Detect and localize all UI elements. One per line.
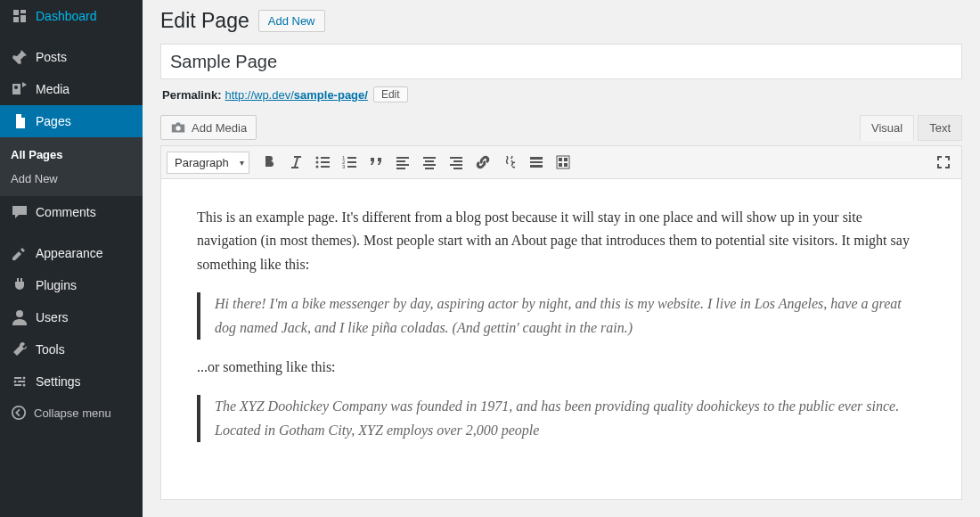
svg-point-3 <box>14 381 17 383</box>
sidebar-item-appearance[interactable]: Appearance <box>0 237 143 269</box>
sidebar-item-tools[interactable]: Tools <box>0 333 143 365</box>
editor-toolbar: Paragraph 123 <box>160 145 962 179</box>
admin-sidebar: Dashboard Posts Media Pages All Pages Ad… <box>0 0 143 517</box>
svg-point-4 <box>23 384 26 387</box>
sidebar-item-label: Media <box>36 82 69 96</box>
collapse-label: Collapse menu <box>34 406 111 420</box>
appearance-icon <box>11 244 29 262</box>
italic-button[interactable] <box>283 150 308 175</box>
comments-icon <box>11 203 29 221</box>
sidebar-item-dashboard[interactable]: Dashboard <box>0 0 143 32</box>
add-new-button[interactable]: Add New <box>258 10 325 32</box>
sidebar-item-media[interactable]: Media <box>0 73 143 105</box>
collapse-menu-button[interactable]: Collapse menu <box>0 398 143 428</box>
sidebar-item-comments[interactable]: Comments <box>0 196 143 228</box>
sidebar-sub-item-add-new[interactable]: Add New <box>0 167 143 191</box>
fullscreen-button[interactable] <box>931 150 956 175</box>
toolbar-toggle-button[interactable] <box>551 150 576 175</box>
sidebar-item-label: Settings <box>36 374 81 389</box>
svg-point-5 <box>12 406 25 419</box>
sidebar-item-pages[interactable]: Pages <box>0 105 143 137</box>
sidebar-item-label: Posts <box>36 50 67 64</box>
main-content: Edit Page Add New Permalink: http://wp.d… <box>143 0 980 517</box>
link-button[interactable] <box>470 150 495 175</box>
sidebar-item-label: Pages <box>36 114 71 128</box>
sidebar-item-posts[interactable]: Posts <box>0 41 143 73</box>
sidebar-item-label: Dashboard <box>36 9 97 23</box>
editor-tab-visual[interactable]: Visual <box>860 115 914 141</box>
svg-point-1 <box>16 310 23 317</box>
users-icon <box>11 308 29 326</box>
add-media-button[interactable]: Add Media <box>160 115 257 140</box>
svg-rect-17 <box>564 163 568 167</box>
dashboard-icon <box>11 7 29 25</box>
camera-music-icon <box>170 119 186 135</box>
content-paragraph: This is an example page. It's different … <box>197 206 926 276</box>
media-icon <box>11 80 29 98</box>
svg-point-0 <box>14 86 18 89</box>
sidebar-sub-item-all-pages[interactable]: All Pages <box>0 143 143 167</box>
content-blockquote: Hi there! I'm a bike messenger by day, a… <box>197 292 926 340</box>
permalink-row: Permalink: http://wp.dev/sample-page/ Ed… <box>162 86 960 103</box>
permalink-label: Permalink: <box>162 88 221 102</box>
add-media-label: Add Media <box>192 121 247 135</box>
svg-point-2 <box>23 377 26 380</box>
sidebar-submenu-pages: All Pages Add New <box>0 137 143 196</box>
sidebar-item-label: Tools <box>36 342 65 357</box>
sidebar-item-label: Users <box>36 310 69 324</box>
content-paragraph: ...or something like this: <box>197 356 926 379</box>
svg-text:3: 3 <box>342 164 346 169</box>
align-center-button[interactable] <box>417 150 442 175</box>
svg-rect-14 <box>559 158 562 161</box>
bold-button[interactable] <box>257 150 282 175</box>
editor-tab-text[interactable]: Text <box>918 115 962 141</box>
content-blockquote: The XYZ Doohickey Company was founded in… <box>197 395 926 442</box>
svg-rect-16 <box>559 163 562 167</box>
tools-icon <box>11 341 29 358</box>
settings-icon <box>11 373 29 390</box>
align-left-button[interactable] <box>390 150 415 175</box>
sidebar-item-label: Comments <box>36 205 96 219</box>
plugins-icon <box>11 276 29 294</box>
collapse-icon <box>11 405 27 421</box>
svg-point-7 <box>316 157 319 160</box>
page-title-input[interactable] <box>160 44 962 79</box>
editor-content[interactable]: This is an example page. It's different … <box>160 179 962 500</box>
blockquote-button[interactable] <box>363 150 388 175</box>
format-select[interactable]: Paragraph <box>167 152 249 174</box>
permalink-link[interactable]: http://wp.dev/sample-page/ <box>225 88 367 102</box>
svg-rect-15 <box>564 158 568 161</box>
svg-point-6 <box>176 126 180 130</box>
insert-more-button[interactable] <box>524 150 549 175</box>
sidebar-item-settings[interactable]: Settings <box>0 365 143 398</box>
unlink-button[interactable] <box>497 150 522 175</box>
pin-icon <box>11 48 29 66</box>
svg-point-9 <box>316 166 319 168</box>
sidebar-item-label: Appearance <box>36 246 103 260</box>
pages-icon <box>11 112 29 130</box>
align-right-button[interactable] <box>444 150 469 175</box>
sidebar-item-users[interactable]: Users <box>0 301 143 333</box>
svg-point-8 <box>316 161 319 164</box>
bullet-list-button[interactable] <box>310 150 335 175</box>
permalink-edit-button[interactable]: Edit <box>373 86 408 103</box>
sidebar-item-plugins[interactable]: Plugins <box>0 269 143 301</box>
numbered-list-button[interactable]: 123 <box>337 150 362 175</box>
page-heading: Edit Page <box>160 9 249 33</box>
sidebar-item-label: Plugins <box>36 278 77 292</box>
